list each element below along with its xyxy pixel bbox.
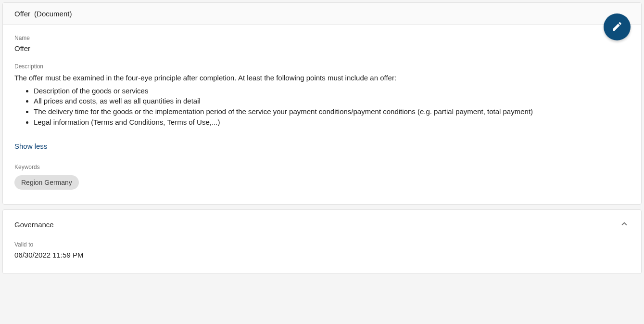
name-value: Offer (14, 44, 630, 52)
valid-to-value: 06/30/2022 11:59 PM (14, 251, 630, 259)
governance-body: Valid to 06/30/2022 11:59 PM (3, 241, 641, 273)
keywords-field: Keywords Region Germany (14, 164, 630, 190)
chevron-up-icon (619, 219, 630, 231)
description-list-item: All prices and costs, as well as all qua… (34, 96, 630, 106)
header-type: (Document) (34, 10, 72, 18)
description-list-item: Legal information (Terms and Conditions,… (34, 117, 630, 128)
description-list-item: The delivery time for the goods or the i… (34, 106, 630, 117)
description-field: Description The offer must be examined i… (14, 63, 630, 157)
keywords-label: Keywords (14, 164, 630, 170)
description-content: The offer must be examined in the four-e… (14, 73, 630, 128)
details-card: Offer (Document) Name Offer Description … (2, 2, 642, 205)
name-label: Name (14, 35, 630, 41)
show-less-link[interactable]: Show less (14, 142, 47, 150)
pencil-icon (611, 21, 623, 34)
card-body: Name Offer Description The offer must be… (3, 25, 641, 204)
keywords-container: Region Germany (14, 175, 630, 190)
description-list: Description of the goods or servicesAll … (14, 86, 630, 128)
description-list-item: Description of the goods or services (34, 86, 630, 96)
header-title: Offer (14, 10, 30, 18)
valid-to-label: Valid to (14, 241, 630, 248)
description-label: Description (14, 63, 630, 70)
governance-card: Governance Valid to 06/30/2022 11:59 PM (2, 209, 642, 274)
card-header: Offer (Document) (3, 3, 641, 25)
keyword-chip[interactable]: Region Germany (14, 175, 79, 190)
governance-title: Governance (14, 220, 54, 229)
description-intro: The offer must be examined in the four-e… (14, 73, 630, 84)
governance-header[interactable]: Governance (3, 210, 641, 241)
name-field: Name Offer (14, 35, 630, 52)
edit-button[interactable] (604, 13, 631, 40)
valid-to-field: Valid to 06/30/2022 11:59 PM (14, 241, 630, 259)
